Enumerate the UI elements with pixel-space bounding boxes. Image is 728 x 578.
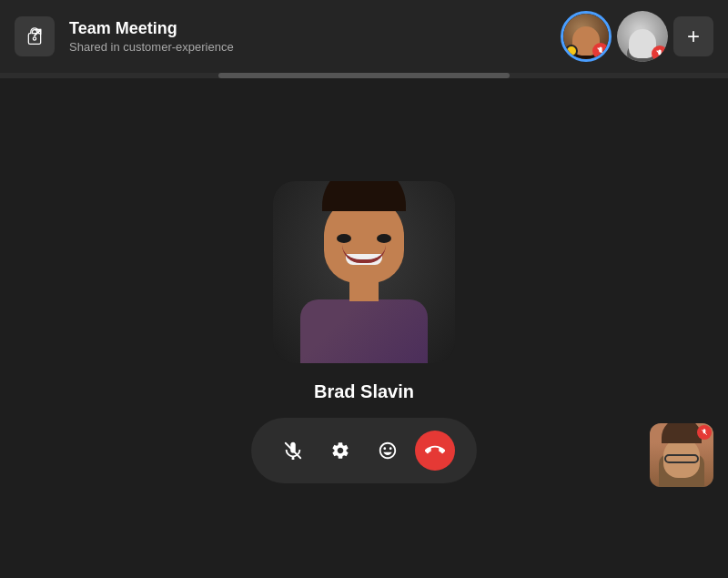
header: Team Meeting Shared in customer-experien… (0, 0, 728, 73)
speaker-card: Brad Slavin (273, 181, 455, 402)
self-thumbnail (650, 423, 713, 487)
mic-icon (283, 441, 303, 461)
right-eye (377, 234, 391, 243)
emoji-button[interactable] (368, 431, 408, 471)
thumbnail-mute-badge (697, 425, 712, 440)
left-eye (337, 234, 351, 243)
speaker-hair (322, 181, 406, 211)
end-call-icon (425, 441, 445, 461)
settings-button[interactable] (320, 431, 360, 471)
end-call-button[interactable] (415, 431, 455, 471)
speaker-shirt (300, 299, 428, 363)
mute-button[interactable] (273, 431, 313, 471)
emoji-icon (378, 441, 398, 461)
participant-avatar-2[interactable] (617, 11, 668, 62)
thumb-hair (662, 423, 702, 443)
thumb-glasses (664, 454, 699, 463)
main-content: Brad Slavin (0, 78, 728, 505)
share-button[interactable] (15, 16, 55, 56)
call-controls (251, 418, 477, 483)
speaker-photo (273, 181, 455, 363)
mute-badge-2 (652, 46, 668, 62)
share-icon (25, 27, 44, 46)
speaker-name: Brad Slavin (314, 381, 414, 402)
online-indicator (565, 45, 578, 57)
mute-badge-1 (592, 43, 609, 59)
participants-strip: + (561, 11, 713, 62)
participant-avatar-brad[interactable] (561, 11, 612, 62)
speaker-eyes (337, 234, 391, 243)
settings-icon (330, 441, 350, 461)
add-participant-button[interactable]: + (673, 16, 713, 56)
